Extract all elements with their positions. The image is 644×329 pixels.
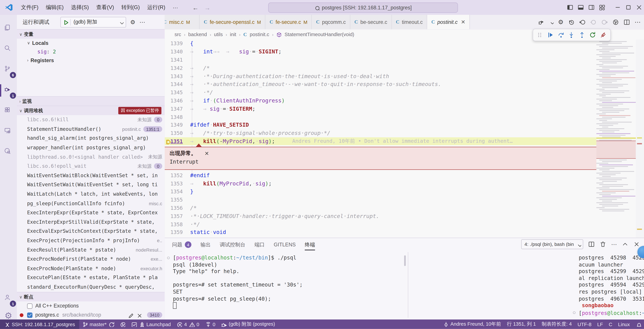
close-exception-icon[interactable]: ✕ xyxy=(204,150,209,157)
code-line-1357[interactable]: 1357·*·LOCK_TIMEOUT·handler:·trigger·a·q… xyxy=(165,212,596,220)
step-over-icon[interactable] xyxy=(558,32,565,39)
status-remote[interactable]: SSH: 192.168.1.17_postgres xyxy=(0,319,79,329)
status-scm-graph[interactable] xyxy=(117,319,128,329)
status-launchpad[interactable]: Launchpad xyxy=(128,319,174,329)
code-line-1344[interactable]: 1344→ ·*·authentication_timeout·-·we·wan… xyxy=(165,80,596,88)
command-decoration-icon[interactable]: ○ xyxy=(167,255,170,261)
panel-tab-终端[interactable]: 终端 xyxy=(305,238,315,251)
terminal-right-pane[interactable]: postgres 45298 45293 0 20:09 ? 00:00:00 … xyxy=(579,255,644,317)
terminal-select[interactable]: 4: ./psql (bin), bash (bin xyxy=(521,239,583,249)
start-debug-icon[interactable] xyxy=(63,19,68,25)
status-blame[interactable]: Andres Freund, 10年前 xyxy=(440,319,504,329)
activity-item-source-control[interactable]: 6 xyxy=(0,61,17,79)
more-actions-icon[interactable]: ⋯ xyxy=(634,18,641,26)
stack-frame[interactable]: ExecProject(ProjectionInfo * projInfo)e.… xyxy=(17,236,164,245)
code-line-1354[interactable]: 1354} xyxy=(165,187,596,195)
code-line-1359[interactable]: 1359static·void xyxy=(165,228,596,236)
status-eol[interactable]: LF xyxy=(594,319,606,329)
panel-tab-调试控制台[interactable]: 调试控制台 xyxy=(220,238,246,251)
close-tab-icon[interactable]: ✕ xyxy=(461,19,465,25)
navigate-back-icon[interactable] xyxy=(579,19,586,25)
step-into-icon[interactable] xyxy=(568,32,575,39)
activity-item-remote-explorer[interactable] xyxy=(0,123,17,141)
code-line-1350[interactable]: 1350→ /*·try·to·signal·whole·process·gro… xyxy=(165,129,596,137)
stack-frame[interactable]: WaitEventSetWait(WaitEventSet * set, lon… xyxy=(17,180,164,189)
menu-item[interactable]: 运行(R) xyxy=(144,3,169,13)
layout-secondary-sidebar-icon[interactable] xyxy=(586,0,596,15)
kill-terminal-trash-icon[interactable] xyxy=(600,241,606,247)
code-line-1352[interactable]: 1352#endif xyxy=(165,171,596,179)
breadcrumb-item[interactable]: StatementTimeoutHandler(void) xyxy=(284,32,354,38)
stack-frame[interactable]: ExecInterpExpr(ExprState * state, ExprCo… xyxy=(17,208,164,217)
status-cursor-position[interactable]: 行 1351, 列 1 xyxy=(504,319,539,329)
status-tab-size[interactable]: 制表符长度: 4 xyxy=(539,319,575,329)
terminal-split-divider[interactable] xyxy=(408,252,408,318)
code-line-1355[interactable]: 1355 xyxy=(165,196,596,204)
maximize-icon[interactable] xyxy=(623,0,634,15)
chevron-down-icon[interactable] xyxy=(549,20,554,24)
code-line-1340[interactable]: 1340→ int→→ → sig·=·SIGINT; xyxy=(165,48,596,56)
command-decoration-icon[interactable]: ○ xyxy=(573,309,576,316)
minimize-icon[interactable] xyxy=(612,0,623,15)
navigate-circle-icon[interactable] xyxy=(590,19,597,25)
step-out-icon[interactable] xyxy=(579,32,586,39)
tab-fe-secure.c[interactable]: Cfe-secure.cM xyxy=(266,15,312,29)
section-header-watch[interactable]: ›监视 xyxy=(17,96,164,106)
section-header-variables[interactable]: ∨变量 xyxy=(17,29,164,39)
code-line-1349[interactable]: 1349#ifdef·HAVE_SETSID xyxy=(165,121,596,129)
stack-frame[interactable]: wrapper_handler(int postgres_signal_arg) xyxy=(17,143,164,152)
more-actions-icon[interactable]: ⋯ xyxy=(140,19,145,25)
status-language[interactable]: C xyxy=(606,319,615,329)
stack-frame[interactable]: ExecutePlan(EState * estate, PlanState *… xyxy=(17,273,164,282)
code-line-1343[interactable]: 1343→ ·*·During·authentication·the·timeo… xyxy=(165,72,596,80)
stack-frame[interactable]: handle_sig_alarm(int postgres_signal_arg… xyxy=(17,134,164,143)
disconnect-icon[interactable] xyxy=(600,32,607,39)
breadcrumb-item[interactable]: src xyxy=(175,32,181,38)
status-branch[interactable]: master* xyxy=(79,319,117,329)
menu-item[interactable]: 转到(G) xyxy=(118,3,144,13)
stack-frame[interactable]: ExecProcNode(PlanState * node)executor.h xyxy=(17,264,164,273)
nav-back-icon[interactable]: ← xyxy=(192,4,198,11)
code-line-1342[interactable]: 1342→ /* xyxy=(165,64,596,72)
tab-postinit.c[interactable]: Cpostinit.c✕ xyxy=(427,15,470,29)
stack-frame[interactable]: ExecInterpExprStillValid(ExprState * sta… xyxy=(17,217,164,227)
menu-item[interactable]: ··· xyxy=(169,3,182,13)
section-header-breakpoints[interactable]: ∨断点 xyxy=(17,292,164,301)
stack-frame[interactable]: WaitEventSetWaitBlock(WaitEventSet * set… xyxy=(17,171,164,180)
breadcrumb-item[interactable]: backend xyxy=(188,32,207,38)
remove-breakpoint-icon[interactable] xyxy=(136,312,141,317)
code-line-1345[interactable]: 1345→ ·*/ xyxy=(165,88,596,96)
breakpoint-exceptions-row[interactable]: All C++ Exceptions xyxy=(17,301,164,310)
checkbox-unchecked[interactable] xyxy=(27,303,32,309)
stack-frame[interactable]: libc.so.6!kill未知源0 xyxy=(17,115,164,124)
status-encoding[interactable]: UTF-8 xyxy=(575,319,594,329)
layout-customize-icon[interactable] xyxy=(596,0,607,15)
git-graph-icon[interactable] xyxy=(612,19,619,25)
stack-frame[interactable]: WaitLatch(Latch * latch, int wakeEvents,… xyxy=(17,189,164,199)
stack-frame[interactable]: ExecResult(PlanState * pstate)nodeResul.… xyxy=(17,245,164,254)
continue-icon[interactable] xyxy=(547,32,554,39)
tab-be-secure.c[interactable]: Cbe-secure.c xyxy=(350,15,392,29)
activity-item-account[interactable]: 1 xyxy=(0,289,17,308)
stack-frame[interactable]: ExecProcNodeFirst(PlanState * node)exe..… xyxy=(17,254,164,264)
restart-icon[interactable] xyxy=(589,32,596,39)
menu-item[interactable]: 文件(F) xyxy=(17,3,42,13)
code-line-1341[interactable]: 1341 xyxy=(165,56,596,64)
stack-frame[interactable]: StatementTimeoutHandler()postinit.c1351:… xyxy=(17,124,164,134)
activity-item-run-and-debug[interactable]: 1 xyxy=(0,82,17,100)
menu-item[interactable]: 查看(V) xyxy=(92,3,118,13)
minimap[interactable] xyxy=(596,40,636,238)
launch-config-select[interactable]: (gdb) 附加 xyxy=(60,17,126,27)
command-center-search[interactable]: postgres [SSH: 192.168.1.17_postgres] xyxy=(268,3,458,13)
layout-panel-icon[interactable] xyxy=(575,0,586,15)
code-editor[interactable]: 1339{1340→ int→→ → sig·=·SIGINT;13411342… xyxy=(165,40,644,238)
close-panel-icon[interactable] xyxy=(633,241,640,247)
section-header-call-stack[interactable]: ∨调用堆栈因 exception 已暂停 xyxy=(17,106,164,115)
edit-breakpoint-icon[interactable] xyxy=(128,312,133,318)
breadcrumb-item[interactable]: init xyxy=(230,32,236,38)
breadcrumb-item[interactable]: utils xyxy=(214,32,223,38)
code-line-1353[interactable]: 1353→ kill(MyProcPid,·sig); xyxy=(165,179,596,187)
panel-tab-输出[interactable]: 输出 xyxy=(200,238,211,251)
checkbox-checked[interactable] xyxy=(27,312,32,318)
stack-frame[interactable]: standard_ExecutorRun(QueryDesc * queryDe… xyxy=(17,282,164,291)
